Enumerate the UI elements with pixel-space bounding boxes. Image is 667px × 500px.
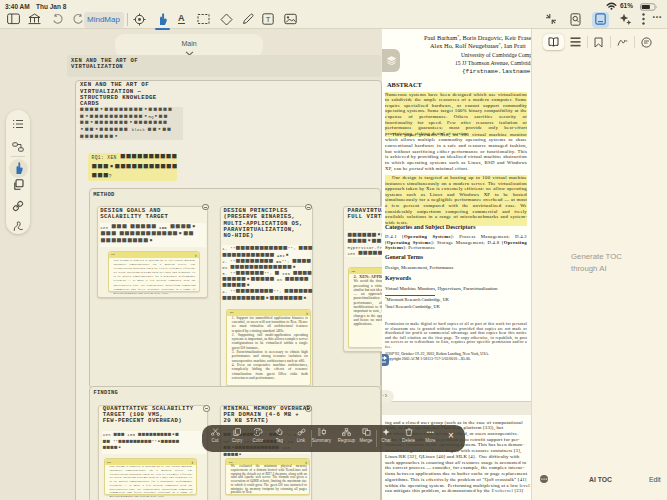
svg-text:x: x	[625, 38, 628, 43]
svg-text:T: T	[266, 15, 271, 24]
